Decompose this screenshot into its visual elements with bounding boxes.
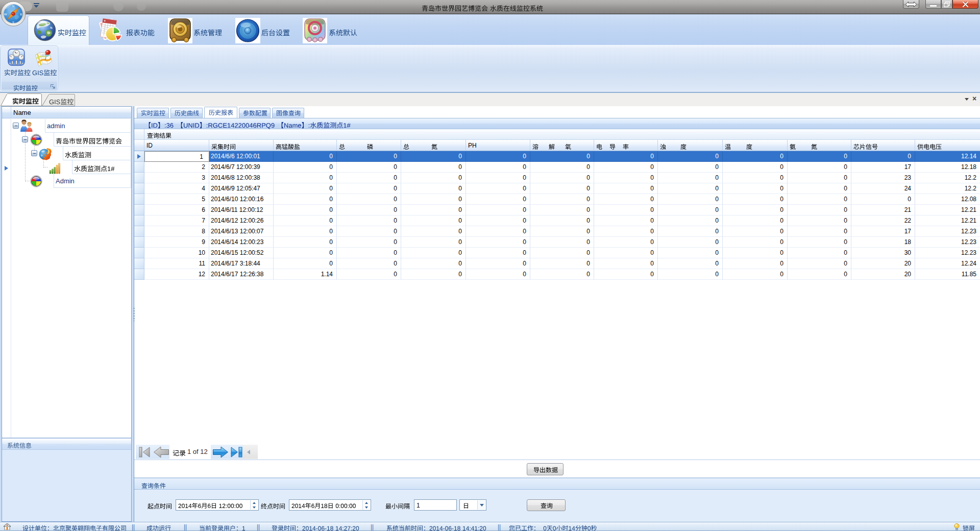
svg-text:W: W [4,13,7,16]
svg-text:S: S [12,21,14,24]
svg-text:E: E [20,13,22,16]
svg-text:N: N [12,5,14,8]
